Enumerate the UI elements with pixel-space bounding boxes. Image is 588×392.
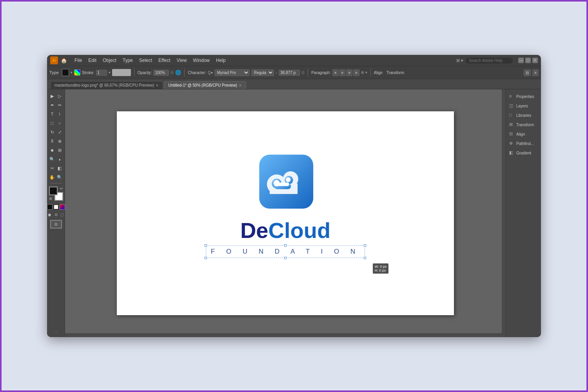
- color-icon[interactable]: ◉: [47, 212, 53, 217]
- screen-icon[interactable]: ◌: [60, 212, 65, 217]
- ellipse-tool[interactable]: ○: [56, 119, 63, 127]
- panel-properties[interactable]: ≡ Properties: [506, 92, 541, 101]
- menu-window[interactable]: Window: [190, 56, 213, 65]
- hand-tool[interactable]: ✋: [49, 173, 56, 181]
- gradient-panel-icon: ◧: [509, 150, 515, 156]
- logo-cloud-text: Cloud: [268, 218, 330, 243]
- align-center-btn[interactable]: ≡: [339, 69, 346, 76]
- panel-gradient[interactable]: ◧ Gradient: [506, 148, 541, 158]
- menu-object[interactable]: Object: [100, 56, 120, 65]
- home-icon[interactable]: 🏠: [60, 57, 67, 64]
- align-left-btn[interactable]: ≡: [332, 69, 339, 76]
- type-tool[interactable]: T: [49, 110, 56, 118]
- rotate-tool[interactable]: ↻: [49, 128, 56, 136]
- color-swatches: ↩ ⊘: [49, 187, 63, 201]
- window-controls: — □ ✕: [518, 58, 538, 63]
- artboard: DeCloud F O U N D A T I O N: [117, 111, 454, 315]
- toolbar-font-select[interactable]: Myriad Pro: [214, 69, 250, 76]
- menu-file[interactable]: File: [71, 56, 85, 65]
- panel-layers[interactable]: ◫ Layers: [506, 101, 541, 111]
- warp-tools: ⊼ ⊕: [49, 137, 63, 145]
- toolbar-fontsize-input[interactable]: [279, 70, 300, 76]
- zoom-tool[interactable]: 🔍: [56, 173, 63, 181]
- maximize-button[interactable]: □: [525, 58, 531, 63]
- main-area: ▶ ▷ ✒ ✏ T \ □ ○ ↻ ⤢ ⊼ ⊕: [47, 89, 541, 337]
- panel-transform[interactable]: ⊞ Transform: [506, 120, 541, 129]
- menu-edit[interactable]: Edit: [85, 56, 100, 65]
- minimize-button[interactable]: —: [518, 58, 524, 63]
- svg-point-9: [286, 177, 290, 182]
- selection-tool[interactable]: ▶: [49, 92, 56, 100]
- panel-align[interactable]: ⊟ Align: [506, 129, 541, 139]
- toolbar-stroke-swatch[interactable]: [74, 69, 80, 76]
- scale-tool[interactable]: ⤢: [56, 128, 63, 136]
- toolbar-opacity-label: Opacity:: [138, 71, 152, 75]
- default-colors-icon[interactable]: ↩: [60, 187, 63, 191]
- skew-tool[interactable]: ⊼: [49, 137, 56, 145]
- scrollbar-v[interactable]: [502, 89, 506, 337]
- pen-tool[interactable]: ✒: [49, 101, 56, 109]
- toolbar-stroke-arrow: ▾: [109, 71, 111, 74]
- none-icon[interactable]: ⊘: [49, 196, 52, 201]
- line-tool[interactable]: \: [56, 110, 63, 118]
- text-tools: T \: [49, 110, 63, 118]
- panel-gradient-label: Gradient: [516, 151, 531, 155]
- mesh-tool[interactable]: ⊞: [56, 146, 63, 154]
- menu-items: File Edit Object Type Select Effect View…: [71, 56, 456, 65]
- search-input[interactable]: [466, 58, 513, 64]
- panel-transform-label: Transform: [516, 123, 534, 127]
- select-tools: ▶ ▷: [49, 92, 63, 100]
- artboard-icon[interactable]: ⊟: [50, 220, 62, 229]
- align-right-btn[interactable]: ≡: [346, 69, 352, 76]
- tab1-close[interactable]: ✕: [156, 83, 159, 87]
- scissors-tool[interactable]: ✂: [49, 164, 56, 172]
- eyedropper-tool[interactable]: 🔍: [49, 155, 56, 163]
- direct-select-tool[interactable]: ▷: [56, 92, 63, 100]
- menu-help[interactable]: Help: [213, 56, 229, 65]
- gradient-mode-icon[interactable]: [60, 204, 65, 210]
- align-justify-btn[interactable]: ≡: [353, 69, 359, 76]
- menu-select[interactable]: Select: [136, 56, 155, 65]
- scrollbar-h[interactable]: [65, 333, 502, 337]
- toolbar-arrange-btn[interactable]: ⊟: [524, 69, 531, 76]
- paintbucket-tool[interactable]: ⬧: [56, 155, 63, 163]
- toolbar-style-select[interactable]: Regular: [251, 69, 274, 76]
- right-panel: ≡ Properties ◫ Layers □ Libraries ⊞ Tran…: [506, 89, 541, 337]
- toolbar-fill-color[interactable]: [62, 69, 69, 76]
- stroke-mode-icon[interactable]: [53, 204, 59, 210]
- toolbar-transform-label: Transform: [387, 71, 404, 75]
- tab2-label: Untitled-1* @ 50% (RGB/CPU Preview): [168, 83, 237, 87]
- mode-icon[interactable]: ⊙: [53, 212, 59, 217]
- toolbar-more-btn[interactable]: ≡: [532, 69, 539, 76]
- more-tools-btn[interactable]: ...: [53, 327, 59, 335]
- fill-mode-icon[interactable]: [47, 204, 53, 210]
- tab-untitled[interactable]: Untitled-1* @ 50% (RGB/CPU Preview) ✕: [164, 81, 246, 89]
- panel-pathfinder-label: Pathfind...: [516, 142, 534, 146]
- menu-view[interactable]: View: [174, 56, 190, 65]
- close-button[interactable]: ✕: [532, 58, 538, 63]
- shapebuilder-tool[interactable]: ⊕: [56, 137, 63, 145]
- panel-pathfinder[interactable]: ⊕ Pathfind...: [506, 139, 541, 148]
- handle-br: [364, 257, 366, 259]
- rect-tool[interactable]: □: [49, 119, 56, 127]
- logo-svg-icon: [250, 153, 321, 216]
- logo-foundation-text[interactable]: F O U N D A T I O N: [206, 245, 365, 258]
- menu-type[interactable]: Type: [120, 56, 136, 65]
- gradient-tool[interactable]: ■: [49, 146, 56, 154]
- tab2-close[interactable]: ✕: [239, 83, 242, 87]
- eraser-tool[interactable]: ◧: [56, 164, 63, 172]
- layout-icon[interactable]: ⊞ ▾: [456, 58, 463, 63]
- toolbar-opacity-input[interactable]: [153, 70, 169, 76]
- toolbar-right: ⊟ ≡: [524, 69, 539, 76]
- gradient-tools: ■ ⊞: [49, 146, 63, 154]
- handle-tm: [284, 244, 287, 247]
- toolbar-stroke-input[interactable]: [96, 70, 107, 76]
- panel-libraries[interactable]: □ Libraries: [506, 111, 541, 120]
- toolbar-font-arrow1: Q▾: [208, 71, 213, 75]
- pencil-tool[interactable]: ✏: [56, 101, 63, 109]
- menu-effect[interactable]: Effect: [155, 56, 173, 65]
- fill-color-front[interactable]: [49, 187, 58, 195]
- toolbar-align-btns: ≡ ≡ ≡ ≡: [332, 69, 359, 76]
- tab-masterbundles[interactable]: masterbundles-logo.png* @ 66.67% (RGB/CP…: [50, 81, 163, 89]
- sep3: [308, 69, 308, 76]
